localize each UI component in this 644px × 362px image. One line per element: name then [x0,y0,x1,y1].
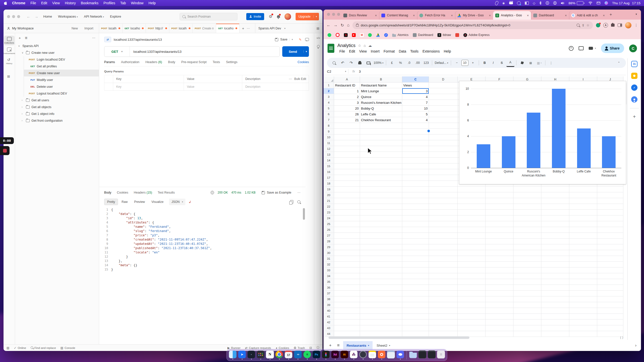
cell-C37[interactable] [402,291,429,296]
cell-J23[interactable] [597,210,623,215]
cell-H29[interactable] [541,244,569,250]
dock-item-notion[interactable] [266,350,274,360]
cell-C43[interactable] [402,325,429,331]
cell-J30[interactable] [597,250,623,256]
nav-explore[interactable]: Explore [107,13,124,20]
cell-G29[interactable] [513,244,541,250]
all-sheets-icon[interactable]: ≡ [335,343,342,348]
cell-I35[interactable] [569,279,597,285]
cell-A6[interactable]: 26 [334,111,360,117]
workspace-title[interactable]: My Workspace [7,26,34,30]
name-box[interactable]: C2▾ [327,70,348,73]
sidebar-item-more-tools[interactable]: ⊞ [4,73,15,79]
cell-D24[interactable] [429,215,458,221]
cell-J36[interactable] [597,285,623,291]
cell-G30[interactable] [513,250,541,256]
row-header-25[interactable]: 25 [324,221,334,227]
paint-format-icon[interactable] [364,59,372,66]
cell-I36[interactable] [569,285,597,291]
cell-H28[interactable] [541,239,569,244]
cell-B24[interactable] [360,215,402,221]
new-tab-icon[interactable]: + [242,26,244,30]
cell-I32[interactable] [569,262,597,267]
dock-item-slack[interactable] [350,351,358,359]
cell-D13[interactable] [429,152,458,158]
cell-D34[interactable] [429,273,458,279]
italic-button[interactable]: I [489,59,497,66]
dock-item-vscode[interactable] [294,351,302,359]
cell-B21[interactable] [360,198,402,204]
cell-C11[interactable] [402,140,429,146]
wifi-status-icon[interactable] [588,1,592,5]
cell-B17[interactable] [360,175,402,181]
menu-format[interactable]: Format [382,49,397,54]
row-header-33[interactable]: 33 [324,267,334,273]
window-controls[interactable] [327,13,340,16]
cell-H20[interactable] [541,192,569,198]
cell-G35[interactable] [513,279,541,285]
cell-C19[interactable] [402,187,429,192]
cell-J35[interactable] [597,279,623,285]
dock-item-dark-app[interactable] [247,351,255,359]
cell-C7[interactable]: 4 [402,117,429,123]
row-header-26[interactable]: 26 [324,227,334,233]
cell-A4[interactable]: 3 [334,100,360,106]
cell-E39[interactable] [458,302,486,308]
cell-D5[interactable] [429,106,458,111]
cell-C24[interactable] [402,215,429,221]
row-header-17[interactable]: 17 [324,175,334,181]
dock-item-preview[interactable] [387,350,395,360]
cell-D44[interactable] [429,331,458,337]
borders-button[interactable]: ⊞ [527,59,535,66]
row-header-28[interactable]: 28 [324,239,334,244]
cell-H42[interactable] [541,320,569,325]
sidebar-item-history[interactable]: ↺ History [4,57,15,66]
row-header-12[interactable]: 12 [324,146,334,152]
cell-D35[interactable] [429,279,458,285]
cell-J26[interactable] [597,227,623,233]
cell-G42[interactable] [513,320,541,325]
cell-A38[interactable] [334,296,360,302]
row-header-7[interactable]: 7 [324,117,334,123]
cell-D21[interactable] [429,198,458,204]
cell-D32[interactable] [429,262,458,267]
cell-F26[interactable] [486,227,513,233]
cell-C38[interactable] [402,296,429,302]
cell-C33[interactable] [402,267,429,273]
version-history-icon[interactable] [569,46,574,51]
cell-I20[interactable] [569,192,597,198]
row-header-20[interactable]: 20 [324,192,334,198]
cell-A35[interactable] [334,279,360,285]
window-manager-status-icon[interactable] [525,2,529,5]
dock-item-launchpad[interactable] [257,351,265,359]
menu-tools[interactable]: Tools [408,49,421,54]
cell-D12[interactable] [429,146,458,152]
cell-G36[interactable] [513,285,541,291]
row-header-18[interactable]: 18 [324,181,334,187]
cell-D15[interactable] [429,163,458,169]
cell-A2[interactable]: 1 [334,88,360,94]
cell-C4[interactable]: 7 [402,100,429,106]
cell-D31[interactable] [429,256,458,262]
browser-tab-content-manag[interactable]: Content Manag × [379,11,417,20]
cell-E23[interactable] [458,210,486,215]
cell-F23[interactable] [486,210,513,215]
cell-F37[interactable] [486,291,513,296]
menu-help[interactable]: Help [442,49,453,54]
cell-F25[interactable] [486,221,513,227]
cell-C30[interactable] [402,250,429,256]
cell-B5[interactable]: Bobby-Q [360,106,402,111]
cell-H30[interactable] [541,250,569,256]
cell-B38[interactable] [360,296,402,302]
cell-F22[interactable] [486,204,513,210]
bar-rusconi-s-american-kitchen[interactable] [527,113,540,168]
cell-B23[interactable] [360,210,402,215]
cell-H25[interactable] [541,221,569,227]
bookmark-star-icon[interactable]: ☆ [586,23,589,27]
status-console[interactable]: ▤Console [60,346,75,350]
cell-A24[interactable] [334,215,360,221]
cell-E20[interactable] [458,192,486,198]
cell-B18[interactable] [360,181,402,187]
cell-A41[interactable] [334,314,360,320]
cell-A27[interactable] [334,233,360,239]
